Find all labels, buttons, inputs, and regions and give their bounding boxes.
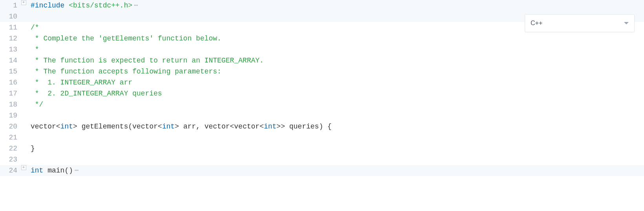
folded-ellipsis-icon[interactable]: ⋯: [132, 2, 139, 9]
code-token: (): [64, 167, 73, 174]
line-number: 21: [0, 132, 20, 143]
line-number: 24: [0, 165, 20, 176]
code-token: */: [31, 101, 43, 108]
code-token: >>: [277, 123, 289, 130]
code-token: * 2. 2D_INTEGER_ARRAY queries: [31, 90, 162, 97]
code-editor[interactable]: C++ 1+#include <bits/stdc++.h>⋯1011/*12 …: [0, 0, 644, 211]
line-number: 20: [0, 121, 20, 132]
code-token: int: [60, 123, 73, 130]
code-token: <: [56, 123, 60, 130]
line-number: 12: [0, 33, 20, 44]
fold-expand-icon[interactable]: +: [21, 165, 26, 170]
code-line[interactable]: 16 * 1. INTEGER_ARRAY arr: [0, 77, 644, 88]
code-line[interactable]: 22}: [0, 143, 644, 154]
line-number: 16: [0, 77, 20, 88]
fold-gutter: +: [20, 165, 27, 170]
code-content[interactable]: * 1. INTEGER_ARRAY arr: [27, 77, 644, 88]
code-content[interactable]: #include <bits/stdc++.h>⋯: [27, 0, 644, 11]
line-number: 19: [0, 110, 20, 121]
line-number: 13: [0, 44, 20, 55]
code-content[interactable]: * Complete the 'getElements' function be…: [27, 33, 644, 44]
code-token: <: [230, 123, 234, 130]
code-content[interactable]: * The function is expected to return an …: [27, 55, 644, 66]
code-token: vector: [234, 123, 260, 130]
code-line[interactable]: 20vector<int> getElements(vector<int> ar…: [0, 121, 644, 132]
code-line[interactable]: 17 * 2. 2D_INTEGER_ARRAY queries: [0, 88, 644, 99]
code-content[interactable]: */: [27, 99, 644, 110]
fold-gutter: +: [20, 0, 27, 5]
line-number: 18: [0, 99, 20, 110]
line-number: 22: [0, 143, 20, 154]
code-token: * The function is expected to return an …: [31, 57, 264, 64]
code-token: * The function accepts following paramet…: [31, 68, 221, 75]
line-number: 11: [0, 22, 20, 33]
language-selector-label: C++: [531, 18, 542, 29]
code-token: *: [31, 46, 39, 53]
chevron-down-icon: [624, 22, 629, 24]
code-content[interactable]: * 2. 2D_INTEGER_ARRAY queries: [27, 88, 644, 99]
code-line[interactable]: 19: [0, 110, 644, 121]
code-token: queries: [289, 123, 319, 130]
code-token: <: [259, 123, 264, 130]
line-number: 14: [0, 55, 20, 66]
line-number: 23: [0, 154, 20, 165]
code-token: ) {: [319, 123, 332, 130]
code-token: * Complete the 'getElements' function be…: [31, 35, 221, 42]
code-line[interactable]: 24+int main()⋯: [0, 165, 644, 176]
code-token: (: [128, 123, 132, 130]
code-token: vector: [132, 123, 158, 130]
code-line[interactable]: 1+#include <bits/stdc++.h>⋯: [0, 0, 644, 11]
fold-expand-icon[interactable]: +: [21, 0, 26, 5]
code-token: <bits/stdc++.h>: [69, 2, 132, 9]
code-token: <: [158, 123, 162, 130]
line-number: 10: [0, 11, 20, 22]
code-token: [43, 167, 47, 174]
code-token: vector: [31, 123, 56, 130]
code-token: getElements: [82, 123, 128, 130]
code-token: int: [264, 123, 276, 130]
code-line[interactable]: 14 * The function is expected to return …: [0, 55, 644, 66]
line-number: 17: [0, 88, 20, 99]
code-token: main: [47, 167, 64, 174]
code-content[interactable]: *: [27, 44, 644, 55]
line-number: 1: [0, 0, 20, 11]
code-content[interactable]: }: [27, 143, 644, 154]
code-token: >: [73, 123, 82, 130]
line-number: 15: [0, 66, 20, 77]
code-token: arr: [183, 123, 196, 130]
language-selector[interactable]: C++: [525, 14, 635, 32]
code-token: #include: [31, 2, 69, 9]
code-token: vector: [204, 123, 230, 130]
code-token: >: [175, 123, 183, 130]
folded-ellipsis-icon[interactable]: ⋯: [73, 167, 79, 174]
code-line[interactable]: 18 */: [0, 99, 644, 110]
code-token: * 1. INTEGER_ARRAY arr: [31, 79, 132, 86]
code-content[interactable]: int main()⋯: [27, 165, 644, 176]
code-line[interactable]: 23: [0, 154, 644, 165]
code-token: /*: [31, 24, 39, 31]
code-content[interactable]: * The function accepts following paramet…: [27, 66, 644, 77]
code-line[interactable]: 21: [0, 132, 644, 143]
code-line[interactable]: 15 * The function accepts following para…: [0, 66, 644, 77]
code-content[interactable]: vector<int> getElements(vector<int> arr,…: [27, 121, 644, 132]
code-token: ,: [196, 123, 204, 130]
code-token: }: [31, 145, 35, 152]
code-line[interactable]: 13 *: [0, 44, 644, 55]
code-token: int: [162, 123, 175, 130]
code-line[interactable]: 12 * Complete the 'getElements' function…: [0, 33, 644, 44]
code-token: int: [31, 167, 43, 174]
